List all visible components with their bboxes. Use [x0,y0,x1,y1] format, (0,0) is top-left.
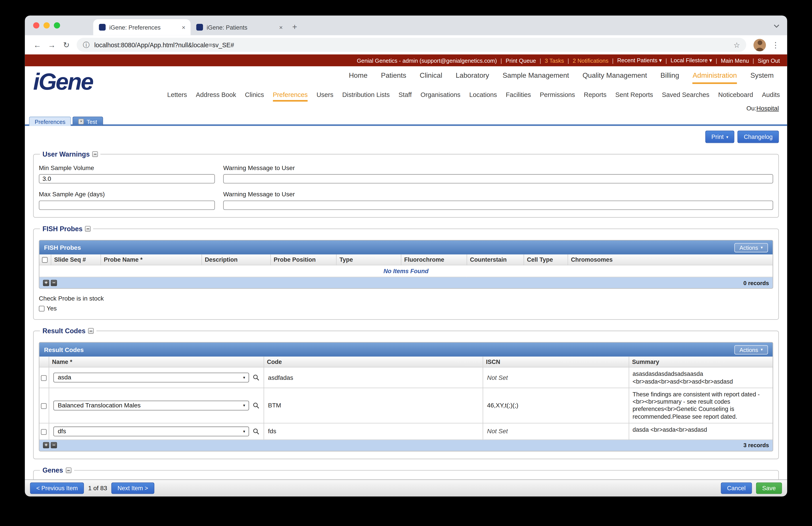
max-sample-age-input[interactable] [39,200,215,210]
add-row-button[interactable]: + [43,442,49,449]
tab-search-chevron-icon[interactable] [773,22,780,30]
row-checkbox[interactable] [41,403,47,409]
url-bar[interactable]: ⓘ localhost:8080/App/App.html?null&local… [76,38,746,52]
collapse-icon[interactable]: − [66,468,71,473]
col-iscn: ISCN [482,357,629,368]
ou-hospital-link[interactable]: Hospital [756,105,779,112]
nav-administration[interactable]: Administration [693,72,737,84]
nav-distribution-lists[interactable]: Distribution Lists [342,91,390,102]
nav-clinical[interactable]: Clinical [420,72,442,84]
notifications-link[interactable]: 2 Notifications [572,57,608,63]
separator: | [501,57,502,63]
nav-address-book[interactable]: Address Book [196,91,236,102]
browser-toolbar: ← → ↻ ⓘ localhost:8080/App/App.html?null… [25,35,787,55]
yes-checkbox[interactable] [39,306,45,312]
collapse-icon[interactable]: − [85,226,91,232]
max-sample-age-field: Max Sample Age (days) [39,191,215,210]
field-label: Max Sample Age (days) [39,191,215,198]
selected-value: asda [58,374,71,381]
nav-users[interactable]: Users [316,91,333,102]
nav-sent-reports[interactable]: Sent Reports [615,91,653,102]
row-checkbox[interactable] [41,429,47,435]
nav-sample-management[interactable]: Sample Management [503,72,569,84]
doc-tab-preferences[interactable]: Preferences [29,117,71,126]
result-code-name-select[interactable]: dfs ▾ [53,426,249,436]
bookmark-star-icon[interactable]: ☆ [734,41,740,49]
window-zoom-button[interactable] [54,22,60,28]
lookup-magnifier-icon[interactable] [252,428,259,435]
browser-menu-icon[interactable]: ⋮ [769,40,782,49]
forward-button[interactable]: → [45,38,59,52]
fish-actions-button[interactable]: Actions ▾ [734,243,768,252]
reload-button[interactable]: ↻ [59,38,74,52]
tab-close-icon[interactable]: × [278,24,284,31]
nav-locations[interactable]: Locations [469,91,497,102]
select-all-checkbox[interactable] [42,257,48,263]
nav-saved-searches[interactable]: Saved Searches [662,91,709,102]
collapse-icon[interactable]: − [92,151,98,157]
local-filestore-menu[interactable]: Local Filestore ▾ [670,57,712,64]
browser-tab-preferences[interactable]: iGene: Preferences × [93,19,190,35]
nav-noticeboard[interactable]: Noticeboard [718,91,753,102]
changelog-button[interactable]: Changelog [738,130,779,143]
result-codes-panel: Result Codes Actions ▾ Name * [39,342,773,451]
nav-preferences[interactable]: Preferences [273,91,308,102]
doc-tab-test[interactable]: × Test [73,117,103,126]
window-minimize-button[interactable] [43,22,50,28]
nav-organisations[interactable]: Organisations [421,91,461,102]
browser-tab-patients[interactable]: iGene: Patients × [191,19,288,35]
nav-clinics[interactable]: Clinics [245,91,264,102]
remove-row-button[interactable]: − [51,280,57,286]
next-item-button[interactable]: Next Item > [111,483,154,494]
row-checkbox[interactable] [41,375,47,381]
result-codes-actions-button[interactable]: Actions ▾ [734,345,768,354]
cancel-button[interactable]: Cancel [721,483,752,494]
empty-state-row: No Items Found [39,266,772,278]
nav-billing[interactable]: Billing [661,72,679,84]
result-code-name-select[interactable]: Balanced Translocation Males ▾ [53,401,249,411]
nav-facilities[interactable]: Facilities [506,91,531,102]
print-label: Print [711,134,724,140]
col-cell-type: Cell Type [524,254,567,265]
iscn-value: Not Set [482,368,629,388]
nav-permissions[interactable]: Permissions [540,91,575,102]
collapse-icon[interactable]: − [88,328,94,334]
nav-audits[interactable]: Audits [762,91,780,102]
nav-system[interactable]: System [751,72,774,84]
tasks-link[interactable]: 3 Tasks [545,57,564,63]
nav-home[interactable]: Home [349,72,367,84]
new-tab-button[interactable]: + [288,20,301,34]
add-row-button[interactable]: + [43,280,49,286]
nav-reports[interactable]: Reports [584,91,607,102]
nav-letters[interactable]: Letters [167,91,187,102]
save-button[interactable]: Save [756,483,782,494]
window-close-button[interactable] [33,22,39,28]
profile-avatar[interactable] [754,39,766,51]
main-menu-link[interactable]: Main Menu [721,57,749,63]
actions-label: Actions [739,244,758,251]
nav-patients[interactable]: Patients [381,72,406,84]
panel-title: FISH Probes [44,244,81,251]
lookup-magnifier-icon[interactable] [252,402,259,409]
dropdown-arrow-icon: ▾ [240,373,248,382]
back-button[interactable]: ← [30,38,45,52]
recent-patients-menu[interactable]: Recent Patients ▾ [617,57,662,64]
warning-message-input-1[interactable] [223,174,773,184]
previous-item-button[interactable]: < Previous Item [30,483,84,494]
warning-message-input-2[interactable] [223,200,773,210]
doc-tab-close-icon[interactable]: × [78,118,84,124]
tab-close-icon[interactable]: × [181,24,186,31]
lookup-magnifier-icon[interactable] [252,374,259,381]
sign-out-link[interactable]: Sign Out [758,57,780,63]
site-info-icon[interactable]: ⓘ [83,40,90,49]
nav-staff[interactable]: Staff [398,91,412,102]
screen: iGene: Preferences × iGene: Patients × +… [0,0,812,526]
col-type: Type [336,254,401,265]
result-code-name-select[interactable]: asda ▾ [53,373,249,383]
remove-row-button[interactable]: − [51,442,57,449]
nav-quality-management[interactable]: Quality Management [582,72,647,84]
print-queue-link[interactable]: Print Queue [506,57,536,63]
print-button[interactable]: Print ▾ [705,130,735,143]
nav-laboratory[interactable]: Laboratory [456,72,489,84]
min-sample-volume-input[interactable] [39,174,215,184]
